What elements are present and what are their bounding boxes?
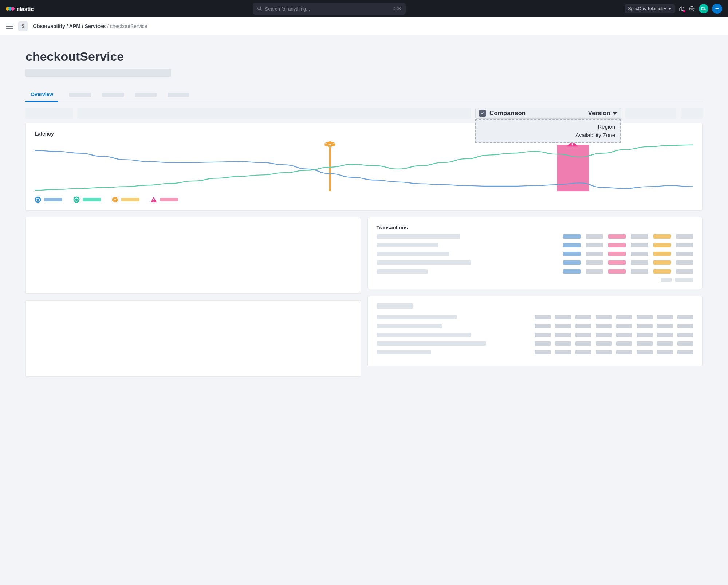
space-badge[interactable]: S	[18, 21, 28, 31]
table-row[interactable]	[377, 350, 694, 354]
table-cell	[575, 315, 591, 319]
table-cell	[677, 341, 693, 346]
page-subtitle-skeleton	[25, 69, 171, 77]
table-cell	[575, 350, 591, 354]
legend-item[interactable]	[35, 196, 62, 203]
breadcrumb-link[interactable]: Services	[85, 23, 106, 29]
svg-line-1	[260, 9, 261, 11]
legend-item[interactable]	[112, 196, 139, 203]
comparison-value: Version	[588, 110, 610, 117]
breadcrumb-link[interactable]: Observability	[33, 23, 65, 29]
table-cell	[676, 269, 693, 274]
svg-point-18	[75, 199, 78, 201]
tab-skeleton[interactable]	[102, 93, 124, 97]
latency-chart[interactable]	[35, 140, 693, 191]
svg-point-3	[691, 8, 693, 10]
table-cell	[631, 260, 648, 265]
top-nav: elastic Search for anything... ⌘K SpecOp…	[0, 0, 728, 17]
table-row[interactable]	[377, 333, 694, 337]
table-cell	[657, 341, 673, 346]
table-cell	[653, 243, 671, 247]
table-row[interactable]	[377, 260, 694, 265]
row-name-skeleton	[377, 269, 428, 274]
table-cell	[608, 234, 626, 239]
table-cell	[657, 333, 673, 337]
menu-toggle-icon[interactable]	[6, 24, 13, 29]
news-icon[interactable]	[678, 5, 685, 12]
global-search[interactable]: Search for anything... ⌘K	[253, 3, 406, 15]
table-cell	[637, 333, 653, 337]
table-cell	[596, 350, 612, 354]
table-row[interactable]	[377, 341, 694, 346]
pager-skeleton[interactable]	[661, 278, 672, 282]
tab-overview[interactable]: Overview	[25, 88, 58, 102]
legend-item[interactable]	[150, 196, 178, 203]
svg-point-14	[572, 146, 573, 146]
table-cell	[608, 260, 626, 265]
comparison-option[interactable]: Availability Zone	[481, 131, 615, 140]
row-name-skeleton	[377, 243, 438, 247]
table-cell	[575, 333, 591, 337]
table-row[interactable]	[377, 234, 694, 239]
table-cell	[608, 269, 626, 274]
chevron-down-icon	[668, 8, 671, 10]
empty-card	[25, 217, 361, 294]
legend-item[interactable]	[73, 196, 101, 203]
filter-skeleton[interactable]	[77, 108, 471, 119]
brand-logo[interactable]: elastic	[6, 6, 34, 12]
table-row[interactable]	[377, 315, 694, 319]
table-cell	[535, 315, 551, 319]
table-cell	[631, 252, 648, 256]
breadcrumb-current: checkoutService	[110, 23, 147, 29]
card-title-skeleton	[377, 303, 413, 309]
table-row[interactable]	[377, 324, 694, 328]
table-row[interactable]	[377, 243, 694, 247]
table-cell	[575, 341, 591, 346]
table-cell	[631, 243, 648, 247]
table-cell	[535, 350, 551, 354]
table-cell	[563, 243, 581, 247]
row-name-skeleton	[377, 341, 486, 346]
table-cell	[563, 234, 581, 239]
table-cell	[637, 341, 653, 346]
table-cell	[677, 324, 693, 328]
breadcrumb-link[interactable]: APM	[69, 23, 80, 29]
latency-legend	[35, 196, 693, 203]
space-switcher[interactable]: SpecOps Telemetry	[625, 4, 675, 13]
table-row[interactable]	[377, 269, 694, 274]
circle-icon	[73, 196, 80, 203]
table-cell	[535, 341, 551, 346]
tab-skeleton[interactable]	[168, 93, 189, 97]
comparison-select[interactable]: ✓ Comparison Version Region Availability…	[475, 108, 621, 119]
add-button[interactable]: +	[712, 4, 722, 14]
help-icon[interactable]	[689, 5, 695, 12]
svg-point-23	[153, 201, 154, 202]
table-cell	[596, 315, 612, 319]
circle-icon	[35, 196, 41, 203]
table-cell	[637, 315, 653, 319]
table-row[interactable]	[377, 252, 694, 256]
table-cell	[637, 324, 653, 328]
legend-bar	[160, 198, 178, 201]
table-cell	[608, 243, 626, 247]
table-cell	[535, 333, 551, 337]
user-avatar[interactable]: EL	[699, 4, 708, 13]
table-cell	[555, 350, 571, 354]
tab-skeleton[interactable]	[69, 93, 91, 97]
table-cell	[631, 234, 648, 239]
table-cell	[608, 252, 626, 256]
comparison-option[interactable]: Region	[481, 123, 615, 131]
table-cell	[616, 315, 632, 319]
table-cell	[653, 252, 671, 256]
table-cell	[555, 315, 571, 319]
table-cell	[677, 350, 693, 354]
tab-skeleton[interactable]	[135, 93, 157, 97]
table-cell	[596, 324, 612, 328]
filter-skeleton[interactable]	[25, 108, 73, 119]
filter-skeleton[interactable]	[625, 108, 676, 119]
comparison-checkbox[interactable]: ✓	[479, 110, 486, 117]
svg-point-16	[37, 199, 39, 201]
brand-name: elastic	[17, 6, 34, 12]
pager-skeleton[interactable]	[675, 278, 693, 282]
filter-skeleton[interactable]	[681, 108, 703, 119]
